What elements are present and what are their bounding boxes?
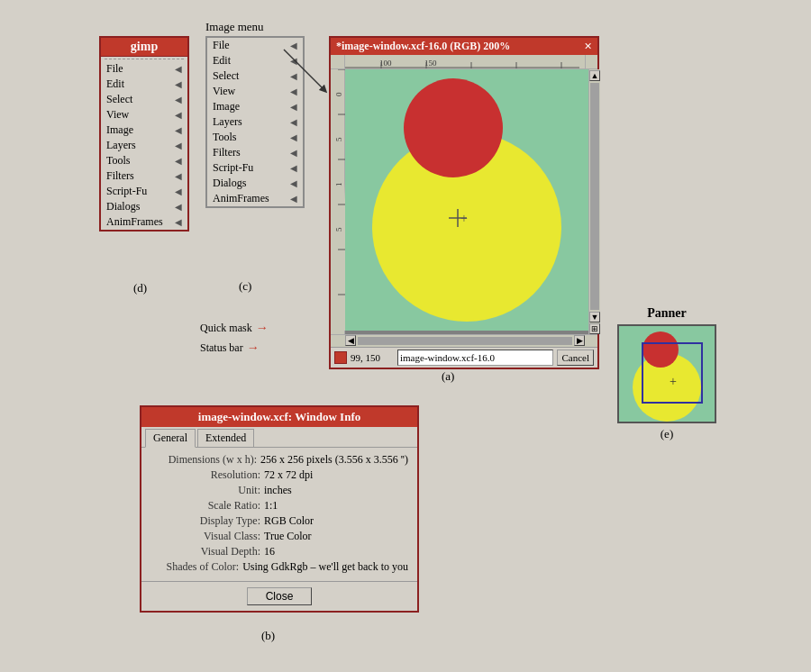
scroll-up-button[interactable]: ▲ bbox=[589, 70, 600, 81]
shades-value: Using GdkRgb – we'll get back to you bbox=[242, 560, 408, 574]
scrollbar-right[interactable]: ▲ ▼ ⊞ bbox=[588, 69, 600, 334]
display-type-label: Display Type: bbox=[200, 514, 260, 528]
toolbox-menu-animframes[interactable]: AnimFrames ◀ bbox=[101, 214, 187, 230]
arrow-icon: ◀ bbox=[290, 178, 297, 188]
arrow-icon: ◀ bbox=[290, 148, 297, 158]
image-window-title-text: *image-window.xcf-16.0 (RGB) 200% bbox=[336, 40, 510, 53]
cancel-button[interactable]: Cancel bbox=[557, 350, 594, 366]
toolbox-menu-filters[interactable]: Filters ◀ bbox=[101, 168, 187, 184]
scroll-horiz-track bbox=[358, 337, 572, 345]
info-row-shades: Shades of Color: Using GdkRgb – we'll ge… bbox=[150, 560, 408, 574]
menu-layers[interactable]: Layers ◀ bbox=[207, 114, 303, 130]
canvas-wrapper: + bbox=[345, 69, 588, 334]
resolution-label: Resolution: bbox=[211, 468, 260, 482]
menu-select-label: Select bbox=[213, 69, 239, 83]
menu-dialogs-label: Dialogs bbox=[213, 177, 246, 190]
toolbox-menu-layers[interactable]: Layers ◀ bbox=[101, 138, 187, 153]
toolbox-menu-dialogs[interactable]: Dialogs ◀ bbox=[101, 199, 187, 214]
gimp-canvas: + bbox=[345, 69, 588, 331]
toolbox-menu-tools[interactable]: Tools ◀ bbox=[101, 153, 187, 168]
canvas-area: 0 5 1 5 bbox=[331, 69, 597, 334]
menu-animframes[interactable]: AnimFrames ◀ bbox=[207, 191, 303, 206]
menu-dialogs[interactable]: Dialogs ◀ bbox=[207, 176, 303, 191]
arrow-icon: ◀ bbox=[175, 110, 182, 120]
menu-filters-label: Filters bbox=[213, 146, 241, 159]
arrow-icon: ◀ bbox=[175, 64, 182, 74]
label-b: (b) bbox=[261, 629, 275, 643]
quick-mask-button[interactable] bbox=[334, 351, 347, 364]
arrow-icon: ◀ bbox=[175, 79, 182, 89]
visual-class-value: True Color bbox=[264, 530, 408, 543]
info-row-scale: Scale Ratio: 1:1 bbox=[150, 499, 408, 513]
arrow-icon: ◀ bbox=[175, 186, 182, 196]
label-c: (c) bbox=[239, 279, 251, 294]
scroll-spacer2 bbox=[585, 335, 597, 347]
toolbox-menu-scriptfu[interactable]: Script-Fu ◀ bbox=[101, 184, 187, 199]
toolbox-menu-file[interactable]: File ◀ bbox=[101, 61, 187, 77]
resolution-value: 72 x 72 dpi bbox=[264, 468, 408, 482]
arrow-icon: ◀ bbox=[175, 125, 182, 135]
arrow-icon: ◀ bbox=[290, 163, 297, 173]
window-info-content: Dimensions (w x h): 256 x 256 pixels (3.… bbox=[141, 448, 417, 581]
close-button[interactable]: Close bbox=[247, 587, 313, 605]
toolbox-filters-label: Filters bbox=[106, 169, 134, 183]
status-bar-label-text: Status bar bbox=[200, 341, 243, 355]
svg-point-22 bbox=[404, 78, 503, 177]
toolbox-menu-edit[interactable]: Edit ◀ bbox=[101, 77, 187, 92]
panner-crosshair-icon: + bbox=[670, 375, 677, 389]
menu-tools-label: Tools bbox=[213, 131, 237, 144]
toolbox-layers-label: Layers bbox=[106, 139, 136, 152]
gimp-toolbox-title: gimp bbox=[101, 38, 187, 57]
toolbox-image-label: Image bbox=[106, 123, 133, 137]
svg-line-0 bbox=[284, 50, 324, 90]
menu-filters[interactable]: Filters ◀ bbox=[207, 145, 303, 160]
menu-image-label: Image bbox=[213, 100, 240, 114]
arrow-icon: ◀ bbox=[175, 202, 182, 212]
arrow-icon: ◀ bbox=[290, 194, 297, 204]
toolbox-edit-label: Edit bbox=[106, 77, 124, 91]
unit-value: inches bbox=[264, 484, 408, 497]
close-icon[interactable]: ✕ bbox=[584, 41, 592, 52]
toolbox-tools-label: Tools bbox=[106, 154, 131, 168]
toolbox-dialogs-label: Dialogs bbox=[106, 200, 140, 213]
visual-depth-label: Visual Depth: bbox=[201, 545, 260, 558]
toolbox-select-label: Select bbox=[106, 93, 132, 106]
ruler-left: 0 5 1 5 bbox=[331, 69, 345, 334]
svg-text:5: 5 bbox=[334, 137, 343, 141]
arrow-icon: ◀ bbox=[175, 141, 182, 150]
scroll-left-button[interactable]: ◀ bbox=[345, 335, 356, 346]
scroll-down-button[interactable]: ▼ bbox=[589, 312, 600, 322]
scale-label: Scale Ratio: bbox=[208, 499, 260, 513]
menu-image[interactable]: Image ◀ bbox=[207, 99, 303, 114]
tab-extended[interactable]: Extended bbox=[197, 429, 254, 447]
info-row-visual-class: Visual Class: True Color bbox=[150, 530, 408, 543]
menu-tools[interactable]: Tools ◀ bbox=[207, 130, 303, 145]
svg-text:+: + bbox=[460, 212, 468, 225]
arrow-icon: ◀ bbox=[175, 156, 182, 166]
panner-box[interactable]: + bbox=[617, 324, 716, 423]
shades-label: Shades of Color: bbox=[167, 560, 240, 574]
scale-value: 1:1 bbox=[264, 499, 408, 513]
window-info-buttons: Close bbox=[141, 581, 417, 611]
visual-class-label: Visual Class: bbox=[204, 530, 260, 543]
toolbox-menu-image[interactable]: Image ◀ bbox=[101, 123, 187, 138]
menu-scriptfu[interactable]: Script-Fu ◀ bbox=[207, 160, 303, 176]
tab-general[interactable]: General bbox=[145, 429, 196, 448]
arrow-right-icon2: → bbox=[247, 341, 260, 355]
toolbox-menu-view[interactable]: View ◀ bbox=[101, 107, 187, 123]
panner-title: Panner bbox=[613, 306, 721, 321]
info-row-resolution: Resolution: 72 x 72 dpi bbox=[150, 468, 408, 482]
toolbox-menu-select[interactable]: Select ◀ bbox=[101, 92, 187, 107]
arrow-right-icon: → bbox=[256, 321, 269, 335]
svg-text:0: 0 bbox=[334, 92, 343, 96]
quick-mask-label-text: Quick mask bbox=[200, 322, 252, 335]
scrollbar-bottom[interactable]: ◀ ▶ bbox=[331, 334, 597, 347]
scroll-right-button[interactable]: ▶ bbox=[574, 335, 585, 346]
menu-animframes-label: AnimFrames bbox=[213, 192, 269, 205]
toolbox-animframes-label: AnimFrames bbox=[106, 215, 163, 229]
arrow-icon: ◀ bbox=[175, 95, 182, 104]
scroll-spacer bbox=[331, 335, 345, 347]
window-info-title: image-window.xcf: Window Info bbox=[141, 407, 417, 427]
gimp-toolbox: gimp File ◀ Edit ◀ Select ◀ View ◀ Image… bbox=[99, 36, 189, 232]
zoom-fit-button[interactable]: ⊞ bbox=[589, 323, 600, 334]
